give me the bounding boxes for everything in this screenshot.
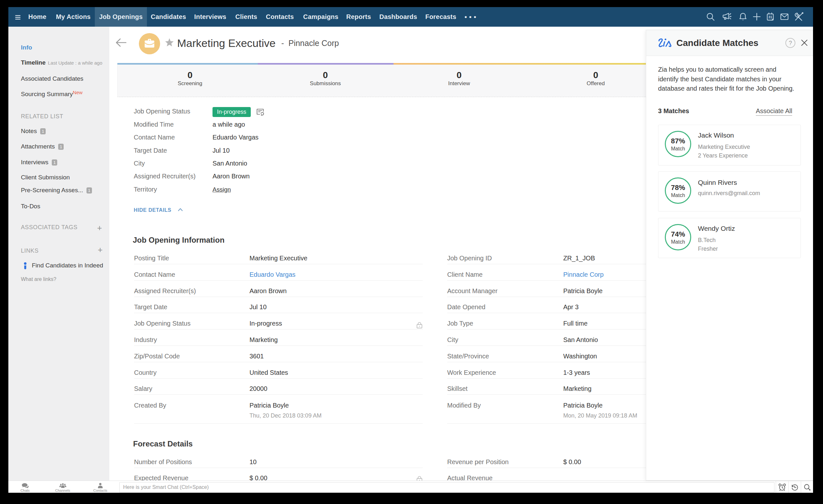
svg-text:31: 31 bbox=[768, 15, 772, 19]
